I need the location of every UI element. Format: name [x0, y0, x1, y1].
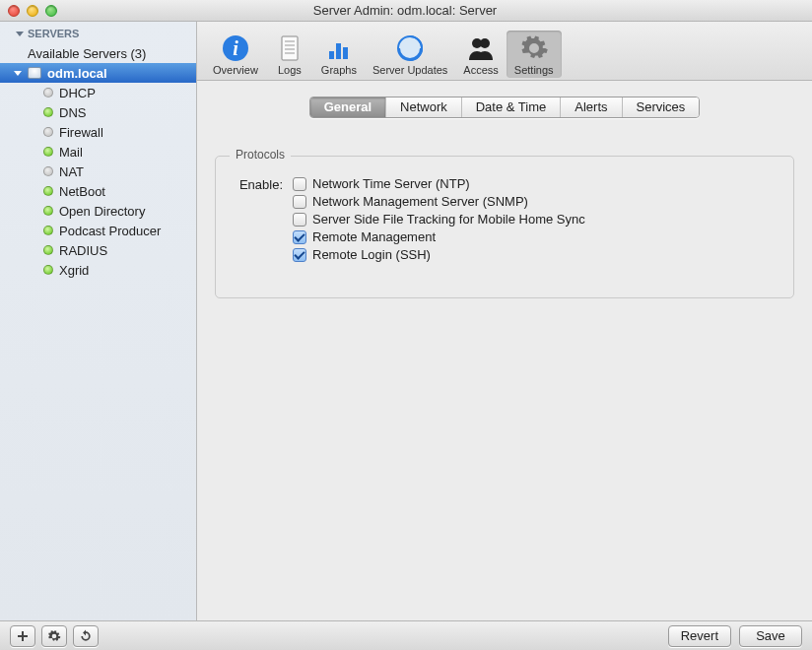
tab-general[interactable]: General — [310, 98, 386, 117]
refresh-button[interactable] — [73, 625, 99, 647]
sidebar-item-dns[interactable]: DNS — [0, 102, 196, 122]
svg-rect-8 — [336, 43, 341, 59]
toolbar-item-access[interactable]: Access — [455, 31, 506, 78]
svg-point-12 — [480, 38, 490, 48]
chevron-down-icon — [14, 71, 22, 76]
protocols-group: Protocols Enable: Network Time Server (N… — [215, 156, 794, 298]
add-button[interactable] — [10, 625, 35, 647]
toolbar-item-label: Access — [463, 64, 498, 76]
overview-icon: i — [220, 32, 251, 64]
protocol-option: Remote Management — [293, 229, 585, 244]
svg-rect-7 — [329, 51, 334, 59]
protocol-option-label: Remote Management — [312, 229, 436, 244]
server-updates-icon — [394, 32, 426, 64]
sidebar-item-nat[interactable]: NAT — [0, 162, 196, 181]
sidebar-item-label: odm.local — [47, 66, 107, 81]
protocol-option: Remote Login (SSH) — [293, 247, 585, 262]
toolbar-item-graphs[interactable]: Graphs — [313, 31, 365, 78]
sidebar-item-label: DHCP — [59, 86, 96, 100]
tab-date-time[interactable]: Date & Time — [462, 98, 562, 117]
protocols-legend: Protocols — [230, 148, 291, 162]
sidebar-item-label: Firewall — [59, 125, 103, 140]
revert-button[interactable]: Revert — [668, 625, 731, 647]
settings-panel: GeneralNetworkDate & TimeAlertsServices … — [197, 81, 812, 620]
action-button[interactable] — [41, 625, 67, 647]
sidebar-item-open-directory[interactable]: Open Directory — [0, 201, 196, 221]
sidebar-item-netboot[interactable]: NetBoot — [0, 181, 196, 201]
settings-icon — [518, 32, 550, 64]
sidebar-item-firewall[interactable]: Firewall — [0, 122, 196, 142]
protocol-option: Network Time Server (NTP) — [293, 176, 585, 191]
window-title: Server Admin: odm.local: Server — [0, 3, 812, 18]
sidebar-item-podcast-producer[interactable]: Podcast Producer — [0, 221, 196, 240]
protocol-option: Server Side File Tracking for Mobile Hom… — [293, 212, 585, 227]
svg-rect-2 — [282, 36, 298, 60]
sidebar-item-server-odmlocal[interactable]: odm.local — [0, 63, 196, 83]
protocol-option-label: Remote Login (SSH) — [312, 247, 431, 262]
window-titlebar: Server Admin: odm.local: Server — [0, 0, 812, 22]
toolbar-item-label: Settings — [514, 64, 554, 76]
access-icon — [465, 32, 497, 64]
server-icon — [28, 67, 41, 79]
status-dot-icon — [43, 107, 53, 117]
protocol-option-label: Network Management Server (SNMP) — [312, 194, 528, 209]
toolbar-item-label: Overview — [213, 64, 258, 76]
sidebar-item-mail[interactable]: Mail — [0, 142, 196, 162]
status-dot-icon — [43, 206, 53, 216]
toolbar-item-label: Logs — [278, 64, 302, 76]
sidebar-header-label: Servers — [28, 28, 79, 39]
protocol-option: Network Management Server (SNMP) — [293, 194, 585, 209]
status-dot-icon — [43, 265, 53, 275]
bottom-bar: Revert Save — [0, 620, 812, 650]
sidebar-item-label: Podcast Producer — [59, 224, 161, 238]
toolbar-item-server-updates[interactable]: Server Updates — [365, 31, 455, 78]
toolbar-item-overview[interactable]: iOverview — [205, 31, 266, 78]
checkbox[interactable] — [293, 195, 306, 209]
status-dot-icon — [43, 226, 53, 235]
svg-rect-9 — [343, 47, 348, 59]
sidebar-item-xgrid[interactable]: Xgrid — [0, 260, 196, 280]
toolbar-item-label: Graphs — [321, 64, 357, 76]
checkbox[interactable] — [293, 248, 306, 262]
logs-icon — [274, 32, 305, 64]
checkbox[interactable] — [293, 177, 306, 191]
gear-icon — [47, 629, 61, 643]
toolbar-item-settings[interactable]: Settings — [507, 31, 562, 78]
sidebar-item-dhcp[interactable]: DHCP — [0, 83, 196, 102]
content-area: iOverviewLogsGraphsServer UpdatesAccessS… — [197, 22, 812, 620]
checkbox[interactable] — [293, 213, 306, 227]
tab-alerts[interactable]: Alerts — [561, 98, 622, 117]
settings-tabs: GeneralNetworkDate & TimeAlertsServices — [309, 97, 701, 118]
sidebar-item-label: NAT — [59, 164, 84, 179]
tab-services[interactable]: Services — [623, 98, 700, 117]
sidebar-item-label: Open Directory — [59, 204, 145, 219]
status-dot-icon — [43, 245, 53, 255]
protocol-option-label: Network Time Server (NTP) — [312, 176, 470, 191]
svg-text:i: i — [233, 37, 238, 59]
sidebar-item-label: Mail — [59, 145, 83, 160]
sidebar-item-label: Available Servers (3) — [28, 46, 146, 61]
sidebar-item-radius[interactable]: RADIUS — [0, 240, 196, 260]
protocol-option-label: Server Side File Tracking for Mobile Hom… — [312, 212, 585, 227]
toolbar-item-label: Server Updates — [372, 64, 447, 76]
sidebar-item-label: NetBoot — [59, 184, 105, 199]
status-dot-icon — [43, 186, 53, 196]
tab-network[interactable]: Network — [386, 98, 462, 117]
refresh-icon — [79, 629, 93, 643]
save-button[interactable]: Save — [739, 625, 802, 647]
sidebar-item-label: DNS — [59, 105, 86, 120]
sidebar-item-label: Xgrid — [59, 263, 89, 278]
status-dot-icon — [43, 147, 53, 157]
checkbox[interactable] — [293, 230, 306, 244]
sidebar-header-servers[interactable]: Servers — [0, 22, 196, 43]
status-dot-icon — [43, 88, 53, 98]
toolbar-item-logs[interactable]: Logs — [266, 31, 313, 78]
graphs-icon — [323, 32, 355, 64]
chevron-down-icon — [16, 32, 24, 36]
plus-icon — [17, 630, 29, 642]
sidebar-item-label: RADIUS — [59, 243, 107, 258]
status-dot-icon — [43, 166, 53, 176]
sidebar-item-available-servers[interactable]: Available Servers (3) — [0, 43, 196, 63]
status-dot-icon — [43, 127, 53, 137]
enable-label: Enable: — [234, 176, 283, 192]
